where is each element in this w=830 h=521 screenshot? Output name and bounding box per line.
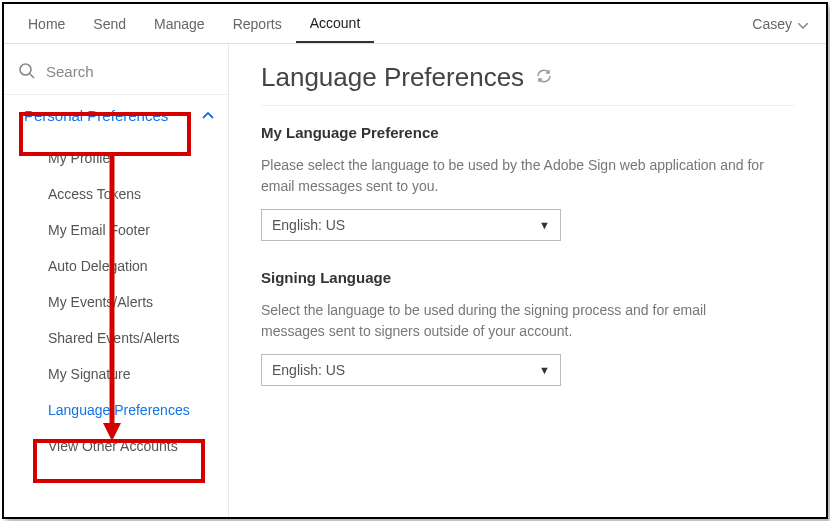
sidebar-item-my-signature[interactable]: My Signature xyxy=(4,356,228,392)
sidebar-item-language-preferences[interactable]: Language Preferences xyxy=(4,392,228,428)
section-title-my-language: My Language Preference xyxy=(261,124,794,141)
top-nav: Home Send Manage Reports Account Casey xyxy=(4,4,826,44)
refresh-icon[interactable] xyxy=(536,68,552,88)
sidebar-item-access-tokens[interactable]: Access Tokens xyxy=(4,176,228,212)
caret-down-icon: ▼ xyxy=(539,219,550,231)
search-input[interactable]: Search xyxy=(4,56,228,95)
sidebar-section-label: Personal Preferences xyxy=(24,107,168,124)
divider xyxy=(261,105,794,106)
signing-language-select[interactable]: English: US ▼ xyxy=(261,354,561,386)
svg-point-0 xyxy=(20,64,31,75)
caret-down-icon xyxy=(798,16,808,32)
nav-reports[interactable]: Reports xyxy=(219,6,296,42)
sidebar: Search Personal Preferences My Profile A… xyxy=(4,44,229,517)
nav-home[interactable]: Home xyxy=(14,6,79,42)
my-language-select[interactable]: English: US ▼ xyxy=(261,209,561,241)
sidebar-item-auto-delegation[interactable]: Auto Delegation xyxy=(4,248,228,284)
sidebar-item-my-profile[interactable]: My Profile xyxy=(4,140,228,176)
nav-account[interactable]: Account xyxy=(296,5,375,43)
search-icon xyxy=(18,62,36,80)
search-placeholder: Search xyxy=(46,63,94,80)
signing-language-select-value: English: US xyxy=(272,362,345,378)
svg-line-1 xyxy=(30,74,34,78)
main-content: Language Preferences My Language Prefere… xyxy=(229,44,826,517)
nav-send[interactable]: Send xyxy=(79,6,140,42)
nav-manage[interactable]: Manage xyxy=(140,6,219,42)
sidebar-section-personal-preferences[interactable]: Personal Preferences xyxy=(4,95,228,136)
sidebar-item-shared-events-alerts[interactable]: Shared Events/Alerts xyxy=(4,320,228,356)
sidebar-item-my-events-alerts[interactable]: My Events/Alerts xyxy=(4,284,228,320)
section-desc-my-language: Please select the language to be used by… xyxy=(261,155,771,197)
section-desc-signing-language: Select the language to be used during th… xyxy=(261,300,771,342)
user-menu[interactable]: Casey xyxy=(744,16,816,32)
caret-down-icon: ▼ xyxy=(539,364,550,376)
user-name: Casey xyxy=(752,16,792,32)
page-title: Language Preferences xyxy=(261,62,524,93)
sidebar-item-view-other-accounts[interactable]: View Other Accounts xyxy=(4,428,228,464)
section-title-signing-language: Signing Language xyxy=(261,269,794,286)
sidebar-item-my-email-footer[interactable]: My Email Footer xyxy=(4,212,228,248)
chevron-up-icon xyxy=(202,108,214,123)
my-language-select-value: English: US xyxy=(272,217,345,233)
